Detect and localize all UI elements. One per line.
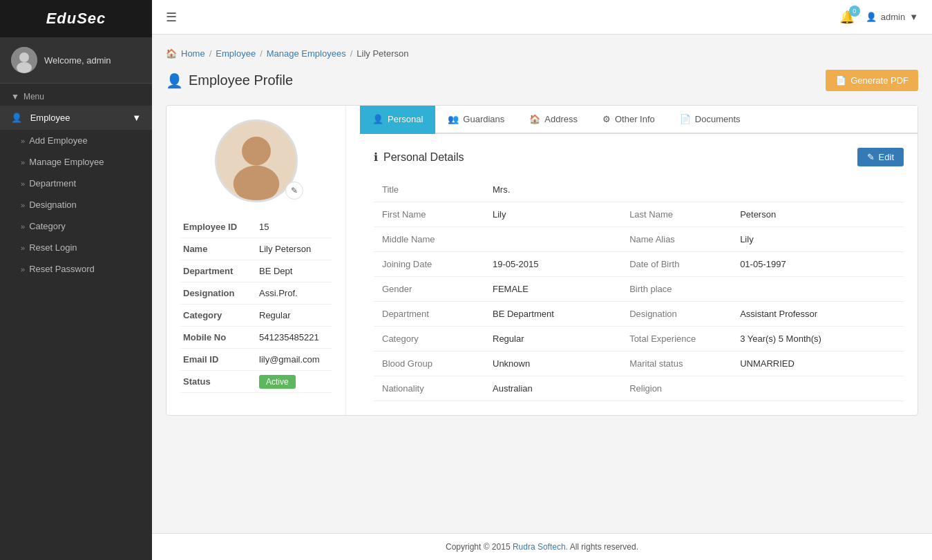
breadcrumb-home[interactable]: Home [181, 48, 205, 59]
field-label: Middle Name [374, 227, 484, 252]
user-icon: 👤 [166, 73, 183, 89]
generate-pdf-button[interactable]: 📄 Generate PDF [826, 70, 918, 91]
profile-row-mobile: Mobile No 541235485221 [180, 327, 332, 349]
user-icon: 👤 [866, 12, 877, 22]
footer-text: Copyright © 2015 [446, 542, 511, 552]
table-row: Category Regular Total Experience 3 Year… [374, 327, 904, 351]
section-header: ℹ Personal Details ✎ Edit [374, 148, 904, 166]
profile-row-category: Category Regular [180, 305, 332, 327]
chevron-icon: ▼ [132, 113, 141, 123]
notification-button[interactable]: 🔔 0 [839, 10, 855, 25]
field-value-2 [732, 277, 904, 302]
profile-row-email: Email ID lily@gmail.com [180, 349, 332, 371]
field-label-2 [621, 177, 732, 202]
users-icon: 👥 [448, 114, 459, 124]
field-label-2: Religion [621, 376, 732, 401]
breadcrumb-manage-employees[interactable]: Manage Employees [267, 48, 346, 59]
tab-other-info[interactable]: ⚙ Other Info [590, 106, 667, 134]
tab-guardians[interactable]: 👥 Guardians [435, 106, 517, 134]
table-row: Department BE Department Designation Ass… [374, 302, 904, 327]
svg-point-1 [19, 52, 29, 62]
topbar: ☰ 🔔 0 👤 admin ▼ [152, 0, 932, 35]
user-icon: 👤 [372, 114, 383, 124]
page-header: 👤 Employee Profile 📄 Generate PDF [166, 70, 918, 91]
field-value: BE Department [484, 302, 621, 327]
sidebar-section-employee: 👤 Employee ▼ » Add Employee » Manage Emp… [0, 106, 152, 280]
field-label: Category [374, 327, 484, 351]
pencil-icon: ✎ [867, 152, 875, 162]
profile-tabs: 👤 Personal 👥 Guardians 🏠 Address ⚙ Other… [360, 106, 917, 134]
admin-label: admin [881, 12, 905, 22]
sidebar-welcome-text: Welcome, admin [44, 55, 111, 66]
sidebar: EduSec Welcome, admin ▼ Menu 👤 Employee … [0, 0, 152, 560]
main-panel: ☰ 🔔 0 👤 admin ▼ 🏠 Home / Employee / Mana… [152, 0, 932, 560]
chevron-right-icon: » [21, 222, 25, 231]
breadcrumb-employee[interactable]: Employee [216, 48, 256, 59]
chevron-right-icon: » [21, 244, 25, 252]
table-row: Blood Group Unknown Marital status UNMAR… [374, 351, 904, 376]
tab-documents[interactable]: 📄 Documents [667, 106, 753, 134]
admin-menu-button[interactable]: 👤 admin ▼ [866, 12, 918, 22]
avatar-edit-button[interactable]: ✎ [285, 182, 303, 200]
field-value: Australian [484, 376, 621, 401]
field-label: Title [374, 177, 484, 202]
field-value: Lily [484, 202, 621, 227]
field-label-2: Designation [621, 302, 732, 327]
table-row: Joining Date 19-05-2015 Date of Birth 01… [374, 252, 904, 277]
pencil-icon: ✎ [291, 186, 298, 195]
table-row: Nationality Australian Religion [374, 376, 904, 401]
profile-row-status: Status Active [180, 371, 332, 393]
sidebar-item-department[interactable]: » Department [0, 173, 152, 194]
field-value: 19-05-2015 [484, 252, 621, 277]
footer-company-link[interactable]: Rudra Softech. [513, 542, 568, 552]
home-icon: 🏠 [529, 114, 540, 124]
sidebar-item-reset-login[interactable]: » Reset Login [0, 237, 152, 258]
sidebar-item-designation[interactable]: » Designation [0, 194, 152, 215]
profile-row-employee-id: Employee ID 15 [180, 216, 332, 238]
sidebar-section-employee-header[interactable]: 👤 Employee ▼ [0, 106, 152, 130]
tab-personal[interactable]: 👤 Personal [360, 106, 435, 134]
field-value-2 [732, 376, 904, 401]
sidebar-item-reset-password[interactable]: » Reset Password [0, 258, 152, 280]
sidebar-item-category[interactable]: » Category [0, 215, 152, 237]
cog-icon: ⚙ [602, 114, 611, 124]
field-value-2: 3 Year(s) 5 Month(s) [732, 327, 904, 351]
field-value-2: Peterson [732, 202, 904, 227]
edit-button[interactable]: ✎ Edit [857, 148, 904, 166]
personal-details-table: Title Mrs. First Name Lily Last Name Pet… [374, 177, 904, 401]
profile-left-panel: ✎ Employee ID 15 Name Lily Peterson [167, 106, 346, 415]
field-label-2: Marital status [621, 351, 732, 376]
chevron-right-icon: » [21, 265, 25, 273]
field-value: Regular [484, 327, 621, 351]
chevron-right-icon: » [21, 137, 25, 145]
table-row: First Name Lily Last Name Peterson [374, 202, 904, 227]
field-label-2: Birth place [621, 277, 732, 302]
info-icon: ℹ [374, 151, 378, 164]
tab-content-personal: ℹ Personal Details ✎ Edit Title Mrs. [360, 134, 917, 415]
hamburger-icon[interactable]: ☰ [166, 10, 177, 25]
profile-row-designation: Designation Assi.Prof. [180, 282, 332, 305]
breadcrumb-sep-3: / [350, 48, 353, 59]
profile-info: Employee ID 15 Name Lily Peterson Depart… [180, 216, 332, 393]
profile-container: ✎ Employee ID 15 Name Lily Peterson [166, 105, 918, 416]
field-label: Nationality [374, 376, 484, 401]
sidebar-item-manage-employee[interactable]: » Manage Employee [0, 151, 152, 173]
sidebar-user: Welcome, admin [0, 37, 152, 84]
file-icon: 📄 [835, 75, 846, 86]
profile-row-name: Name Lily Peterson [180, 238, 332, 260]
avatar-wrapper: ✎ [180, 119, 332, 202]
avatar [11, 47, 37, 73]
tab-address[interactable]: 🏠 Address [517, 106, 590, 134]
profile-right-panel: 👤 Personal 👥 Guardians 🏠 Address ⚙ Other… [360, 106, 917, 415]
sidebar-item-add-employee[interactable]: » Add Employee [0, 130, 152, 151]
field-value-2 [732, 177, 904, 202]
field-value [484, 227, 621, 252]
dropdown-icon: ▼ [909, 12, 918, 22]
field-value-2: Assistant Professor [732, 302, 904, 327]
field-value-2: 01-05-1997 [732, 252, 904, 277]
field-label-2: Total Experience [621, 327, 732, 351]
chevron-right-icon: » [21, 201, 25, 209]
footer-rights: All rights reserved. [570, 542, 638, 552]
breadcrumb: 🏠 Home / Employee / Manage Employees / L… [166, 48, 918, 59]
field-label: Gender [374, 277, 484, 302]
